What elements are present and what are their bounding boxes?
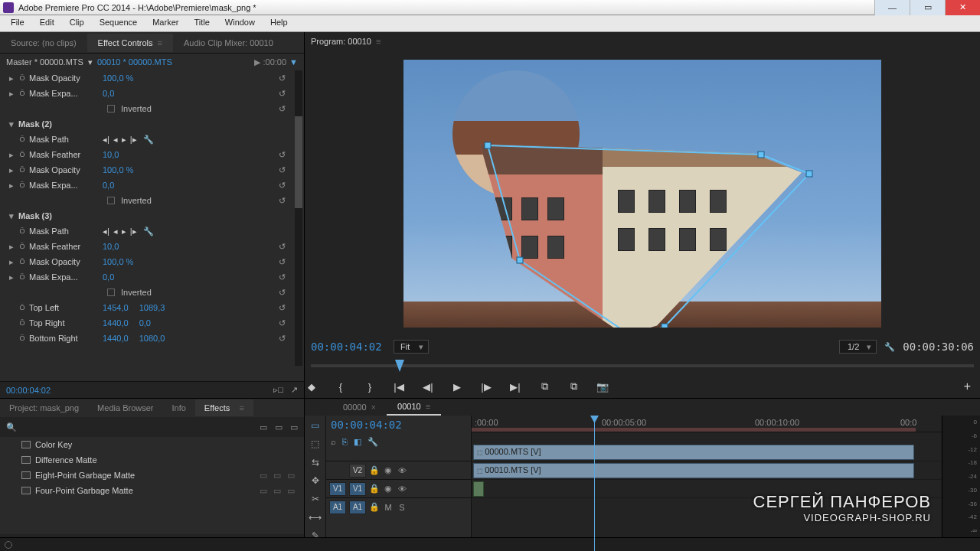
menu-file[interactable]: File	[3, 15, 32, 31]
keyframe-controls[interactable]: ◂|◂▸|▸	[103, 227, 137, 236]
expand-icon[interactable]: ▸	[8, 89, 15, 99]
in-brace-icon[interactable]: {	[334, 381, 348, 393]
solo-button[interactable]: S	[397, 503, 407, 512]
fx-badge-icon[interactable]: ▭	[290, 422, 298, 432]
effect-item[interactable]: Difference Matte	[0, 452, 304, 468]
track-v2[interactable]: ⬚ 00000.MTS [V]	[472, 443, 942, 461]
ec-footer-icon2[interactable]: ↗	[291, 385, 298, 395]
fx-badge-icon[interactable]: ▭	[260, 422, 267, 432]
timeline-current-time[interactable]: 00:00:04:02	[326, 416, 471, 434]
add-button-icon[interactable]: +	[964, 380, 971, 393]
selection-tool-icon[interactable]: ▭	[311, 420, 319, 432]
ec-scrollbar-thumb[interactable]	[295, 116, 302, 208]
clip-v2[interactable]: ⬚ 00000.MTS [V]	[473, 445, 914, 460]
lift-icon[interactable]: ⧉	[537, 380, 551, 393]
track-v1[interactable]: ⬚ 00010.MTS [V]	[472, 461, 942, 480]
step-fwd-icon[interactable]: |▶	[479, 381, 493, 393]
menu-clip[interactable]: Clip	[62, 15, 92, 31]
toggle-icon[interactable]: ◉	[383, 484, 394, 494]
stopwatch-icon[interactable]: Ö	[18, 151, 26, 158]
timeline-ruler[interactable]: :00:00 00:00:05:00 00:00:10:00 00:0	[472, 416, 942, 432]
tab-effects[interactable]: Effects ≡	[195, 399, 253, 416]
stopwatch-icon[interactable]: Ö	[18, 319, 26, 327]
menu-title[interactable]: Title	[186, 15, 217, 31]
expand-icon[interactable]: ▸	[8, 73, 15, 83]
stopwatch-icon[interactable]: Ö	[18, 258, 26, 266]
ec-link-clip[interactable]: 00010 * 00000.MTS	[97, 57, 172, 67]
effect-item[interactable]: Eight-Point Garbage Matte▭▭▭	[0, 468, 304, 483]
stopwatch-icon[interactable]: Ö	[18, 166, 26, 174]
toggle-icon[interactable]: ◉	[383, 465, 394, 475]
fx-badge-icon[interactable]: ▭	[275, 422, 283, 432]
go-to-out-icon[interactable]: ▶|	[508, 381, 522, 393]
reset-icon[interactable]: ↺	[279, 89, 286, 99]
program-scrub-bar[interactable]	[311, 357, 974, 375]
tab-project[interactable]: Project: mask_png	[0, 399, 88, 416]
marker-icon[interactable]: ◧	[354, 437, 361, 447]
reset-icon[interactable]: ↺	[279, 104, 286, 114]
eye-icon[interactable]: 👁	[397, 484, 407, 494]
record-indicator-icon[interactable]	[5, 541, 12, 549]
slip-tool-icon[interactable]: ⟷	[309, 512, 322, 524]
effects-search-input[interactable]	[23, 422, 253, 432]
settings-icon[interactable]: 🔧	[368, 437, 378, 447]
tab-info[interactable]: Info	[162, 399, 194, 416]
mark-in-icon[interactable]: ◆	[305, 381, 318, 393]
panel-menu-icon[interactable]: ≡	[376, 37, 381, 46]
ec-playhead-icon[interactable]: ▼	[289, 57, 298, 67]
export-frame-icon[interactable]: 📷	[596, 381, 609, 393]
stopwatch-icon[interactable]: Ö	[18, 334, 26, 342]
reset-icon[interactable]: ↺	[279, 196, 286, 206]
reset-icon[interactable]: ↺	[279, 181, 286, 191]
menu-window[interactable]: Window	[217, 15, 263, 31]
ec-play-icon[interactable]: ▶	[254, 57, 260, 67]
stopwatch-icon[interactable]: Ö	[18, 90, 26, 97]
tab-media-browser[interactable]: Media Browser	[88, 399, 162, 416]
expand-icon[interactable]: ▸	[8, 150, 15, 160]
mask3-header[interactable]: ▾ Mask (3)	[0, 208, 292, 223]
maximize-button[interactable]: ▭	[910, 0, 945, 15]
timeline-playhead[interactable]	[594, 416, 595, 551]
effect-item[interactable]: Four-Point Garbage Matte▭▭▭	[0, 483, 304, 498]
stopwatch-icon[interactable]: Ö	[18, 273, 26, 281]
timeline-track-area[interactable]: :00:00 00:00:05:00 00:00:10:00 00:0 ⬚ 00…	[472, 416, 942, 551]
stopwatch-icon[interactable]: Ö	[18, 243, 26, 250]
expand-icon[interactable]: ▸	[8, 165, 15, 175]
minimize-button[interactable]: —	[874, 0, 910, 15]
reset-icon[interactable]: ↺	[279, 165, 286, 175]
ripple-tool-icon[interactable]: ⇆	[312, 457, 319, 469]
lock-icon[interactable]: 🔒	[369, 484, 380, 494]
stopwatch-icon[interactable]: Ö	[18, 304, 26, 311]
dropdown-icon[interactable]: ▾	[88, 57, 93, 67]
track-header-v2[interactable]: V2 🔒◉👁	[326, 461, 471, 479]
track-select-tool-icon[interactable]: ⬚	[311, 439, 319, 451]
panel-menu-icon[interactable]: ≡	[158, 38, 162, 47]
reset-icon[interactable]: ↺	[279, 318, 286, 328]
work-area-bar[interactable]	[472, 428, 916, 432]
timeline-tab-1[interactable]: 00000×	[332, 399, 387, 415]
menu-sequence[interactable]: Sequence	[92, 15, 145, 31]
out-brace-icon[interactable]: }	[363, 381, 377, 393]
stopwatch-icon[interactable]: Ö	[18, 74, 26, 82]
resolution-dropdown[interactable]: 1/2	[839, 340, 877, 354]
track-header-a1[interactable]: A1A1 🔒 M S	[326, 497, 471, 516]
mask-polygon-outline[interactable]	[488, 145, 809, 328]
tab-effect-controls[interactable]: Effect Controls≡	[87, 34, 173, 52]
track-header-v1[interactable]: V1V1 🔒◉👁	[326, 479, 471, 497]
linked-sel-icon[interactable]: ⎘	[342, 437, 348, 447]
effect-item[interactable]: Color Key	[0, 437, 304, 452]
eye-icon[interactable]: 👁	[397, 466, 407, 475]
expand-icon[interactable]: ▸	[8, 272, 15, 282]
lock-icon[interactable]: 🔒	[369, 502, 380, 512]
stopwatch-icon[interactable]: Ö	[18, 181, 26, 189]
timeline-tab-2[interactable]: 00010≡	[387, 399, 441, 416]
menu-edit[interactable]: Edit	[32, 15, 62, 31]
wrench-icon[interactable]: 🔧	[143, 135, 154, 145]
reset-icon[interactable]: ↺	[279, 73, 286, 83]
ec-footer-icon1[interactable]: ▹□	[273, 385, 283, 395]
razor-tool-icon[interactable]: ✂	[312, 494, 319, 506]
tab-source[interactable]: Source: (no clips)	[0, 34, 87, 52]
search-icon[interactable]: 🔍	[6, 422, 17, 432]
play-icon[interactable]: ▶	[450, 381, 464, 393]
ec-current-time[interactable]: 00:00:04:02	[6, 386, 51, 395]
